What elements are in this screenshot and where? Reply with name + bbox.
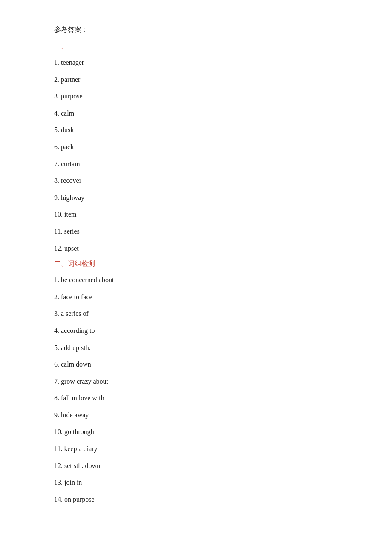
list-item: 8. recover bbox=[54, 175, 338, 186]
list-item: 9. hide away bbox=[54, 410, 338, 421]
list-item: 10. go through bbox=[54, 426, 338, 437]
list-item: 9. highway bbox=[54, 192, 338, 203]
list-item: 3. purpose bbox=[54, 91, 338, 102]
list-item: 1. be concerned about bbox=[54, 275, 338, 286]
section1-list: 1. teenager 2. partner 3. purpose 4. cal… bbox=[54, 57, 338, 254]
list-item: 6. pack bbox=[54, 142, 338, 153]
list-item: 4. calm bbox=[54, 108, 338, 119]
list-item: 1. teenager bbox=[54, 57, 338, 68]
section1-header: 一、 bbox=[54, 42, 338, 51]
list-item: 14. on purpose bbox=[54, 494, 338, 505]
main-title: 参考答案： bbox=[54, 26, 338, 35]
list-item: 2. face to face bbox=[54, 292, 338, 303]
list-item: 7. grow crazy about bbox=[54, 376, 338, 387]
section2-list: 1. be concerned about 2. face to face 3.… bbox=[54, 275, 338, 505]
list-item: 7. curtain bbox=[54, 159, 338, 170]
list-item: 13. join in bbox=[54, 477, 338, 488]
section2-header: 二、词组检测 bbox=[54, 260, 338, 269]
page-content: 参考答案： 一、 1. teenager 2. partner 3. purpo… bbox=[54, 26, 338, 505]
list-item: 12. set sth. down bbox=[54, 460, 338, 471]
list-item: 3. a series of bbox=[54, 308, 338, 319]
list-item: 12. upset bbox=[54, 243, 338, 254]
list-item: 8. fall in love with bbox=[54, 393, 338, 404]
list-item: 11. keep a diary bbox=[54, 443, 338, 454]
list-item: 4. according to bbox=[54, 325, 338, 336]
list-item: 5. dusk bbox=[54, 124, 338, 136]
list-item: 11. series bbox=[54, 226, 338, 237]
list-item: 10. item bbox=[54, 209, 338, 220]
list-item: 2. partner bbox=[54, 74, 338, 85]
list-item: 5. add up sth. bbox=[54, 342, 338, 353]
list-item: 6. calm down bbox=[54, 359, 338, 370]
